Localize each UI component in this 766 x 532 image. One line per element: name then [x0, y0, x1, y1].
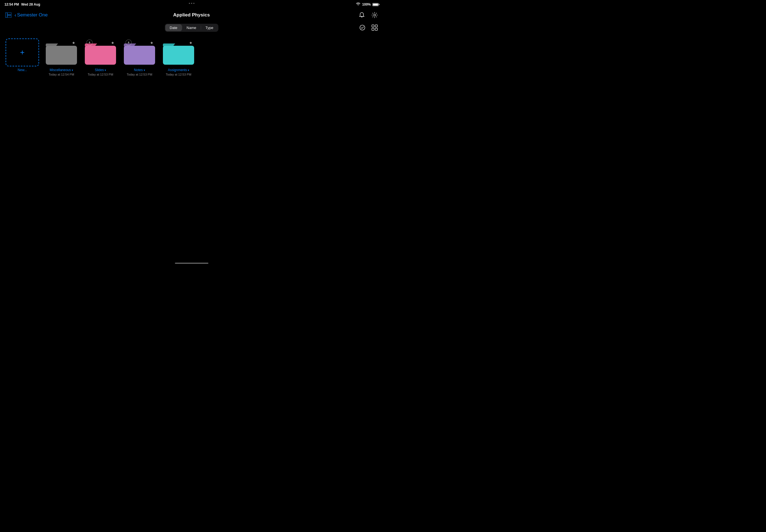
svg-rect-6 — [372, 25, 374, 27]
assignments-date: Today at 12:53 PM — [166, 73, 191, 76]
notes-date: Today at 12:53 PM — [127, 73, 152, 76]
star-icon: ★ — [111, 41, 114, 45]
sort-right — [358, 24, 378, 32]
three-dots-menu — [189, 3, 194, 4]
status-left: 12:54 PM Wed 28 Aug — [4, 3, 40, 6]
upload-icon — [86, 40, 93, 46]
notification-button[interactable] — [358, 11, 366, 19]
sort-segment-control: Date Name Type — [165, 24, 218, 32]
grid-view-button[interactable] — [371, 24, 378, 32]
nav-bar: ‹ Semester One Applied Physics — [0, 9, 383, 21]
status-right: 100% — [356, 3, 378, 7]
star-icon: ★ — [72, 41, 75, 45]
time: 12:54 PM — [4, 3, 19, 6]
plus-icon: + — [20, 48, 25, 57]
sort-bar: Date Name Type — [0, 21, 383, 34]
checkmark-button[interactable] — [358, 24, 366, 32]
notes-folder-item[interactable]: ★ Notes ▾ Today at 12:53 PM — [123, 38, 156, 76]
nav-right — [358, 11, 378, 19]
slides-date: Today at 12:53 PM — [88, 73, 113, 76]
nav-left: ‹ Semester One — [4, 11, 48, 19]
svg-rect-10 — [46, 46, 77, 65]
miscellaneous-folder-icon: ★ — [45, 38, 78, 66]
miscellaneous-folder-label: Miscellaneous ▾ — [50, 68, 73, 72]
date: Wed 28 Aug — [21, 3, 40, 6]
chevron-down-icon: ▾ — [105, 69, 106, 72]
svg-rect-9 — [375, 28, 377, 30]
slides-folder-item[interactable]: ★ Slides ▾ Today at 12:53 PM — [84, 38, 117, 76]
back-label: Semester One — [17, 12, 48, 18]
battery-percent: 100% — [362, 3, 371, 6]
chevron-down-icon: ▾ — [188, 69, 189, 72]
sort-date-button[interactable]: Date — [165, 24, 182, 31]
notes-folder-icon: ★ — [123, 38, 156, 66]
star-icon: ★ — [189, 41, 192, 45]
svg-rect-12 — [124, 46, 155, 65]
miscellaneous-date: Today at 12:54 PM — [49, 73, 74, 76]
battery-icon — [372, 3, 378, 6]
dot — [193, 3, 194, 4]
dot — [189, 3, 190, 4]
chevron-down-icon: ▾ — [144, 69, 145, 72]
settings-button[interactable] — [371, 11, 378, 19]
svg-rect-13 — [163, 46, 194, 65]
assignments-folder-label: Assignments ▾ — [168, 68, 189, 72]
main-content: + New... ★ Miscellaneous ▾ Today at 12:5… — [0, 34, 383, 81]
assignments-folder-icon: ★ — [162, 38, 195, 66]
miscellaneous-folder-item[interactable]: ★ Miscellaneous ▾ Today at 12:54 PM — [45, 38, 78, 76]
notes-label-text: Notes — [134, 68, 142, 72]
sidebar-toggle-button[interactable] — [4, 11, 12, 19]
sort-name-button[interactable]: Name — [182, 24, 201, 31]
new-folder-label: New... — [18, 68, 27, 72]
upload-icon — [125, 40, 132, 46]
dot — [191, 3, 192, 4]
notes-folder-label: Notes ▾ — [134, 68, 145, 72]
new-folder-icon[interactable]: + — [6, 38, 39, 66]
wifi-icon — [356, 3, 360, 7]
svg-rect-0 — [5, 13, 7, 18]
page-title: Applied Physics — [173, 12, 210, 18]
sort-type-button[interactable]: Type — [201, 24, 217, 31]
svg-rect-8 — [372, 28, 374, 30]
status-bar: 12:54 PM Wed 28 Aug 100% — [0, 0, 383, 9]
slides-folder-label: Slides ▾ — [95, 68, 106, 72]
miscellaneous-label-text: Miscellaneous — [50, 68, 71, 72]
slides-folder-icon: ★ — [84, 38, 117, 66]
new-folder-item[interactable]: + New... — [6, 38, 39, 72]
back-button[interactable]: ‹ Semester One — [14, 12, 48, 18]
assignments-label-text: Assignments — [168, 68, 187, 72]
assignments-folder-item[interactable]: ★ Assignments ▾ Today at 12:53 PM — [162, 38, 195, 76]
back-chevron-icon: ‹ — [14, 12, 16, 18]
svg-rect-11 — [85, 46, 116, 65]
svg-point-5 — [360, 25, 365, 30]
star-icon: ★ — [150, 41, 153, 45]
slides-label-text: Slides — [95, 68, 104, 72]
svg-point-4 — [374, 14, 376, 16]
svg-rect-7 — [375, 25, 377, 27]
chevron-down-icon: ▾ — [72, 69, 73, 72]
svg-rect-1 — [5, 13, 11, 18]
home-indicator — [175, 263, 208, 264]
